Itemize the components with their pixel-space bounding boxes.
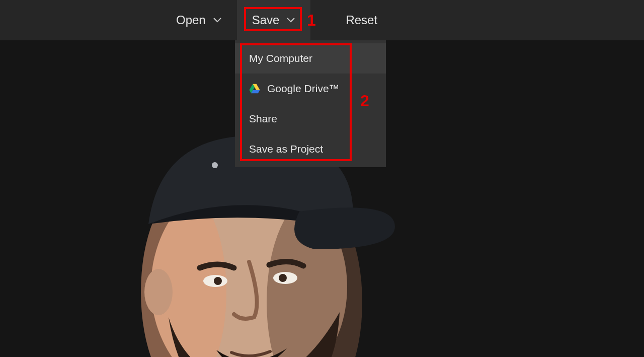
save-as-project-item[interactable]: Save as Project bbox=[235, 134, 386, 164]
reset-button[interactable]: Reset bbox=[331, 0, 392, 40]
save-label: Save bbox=[252, 13, 280, 27]
save-share-item[interactable]: Share bbox=[235, 104, 386, 134]
save-my-computer-item[interactable]: My Computer bbox=[235, 43, 386, 74]
chevron-down-icon bbox=[286, 17, 295, 23]
dropdown-item-label: Share bbox=[249, 113, 277, 125]
svg-point-5 bbox=[214, 277, 222, 285]
svg-point-7 bbox=[279, 274, 287, 282]
open-label: Open bbox=[176, 13, 206, 27]
top-toolbar: Open Save Reset bbox=[0, 0, 644, 40]
save-google-drive-item[interactable]: Google Drive™ bbox=[235, 74, 386, 104]
chevron-down-icon bbox=[213, 17, 222, 23]
open-menu-button[interactable]: Open bbox=[161, 0, 237, 40]
google-drive-icon bbox=[249, 83, 260, 94]
reset-label: Reset bbox=[346, 13, 377, 27]
save-dropdown: My Computer Google Drive™ Share Save as … bbox=[235, 40, 386, 167]
dropdown-item-label: Google Drive™ bbox=[267, 83, 340, 95]
svg-point-9 bbox=[212, 162, 218, 168]
dropdown-item-label: Save as Project bbox=[249, 143, 323, 155]
save-menu-button[interactable]: Save bbox=[237, 0, 311, 40]
dropdown-item-label: My Computer bbox=[249, 52, 312, 64]
svg-point-8 bbox=[144, 269, 173, 315]
